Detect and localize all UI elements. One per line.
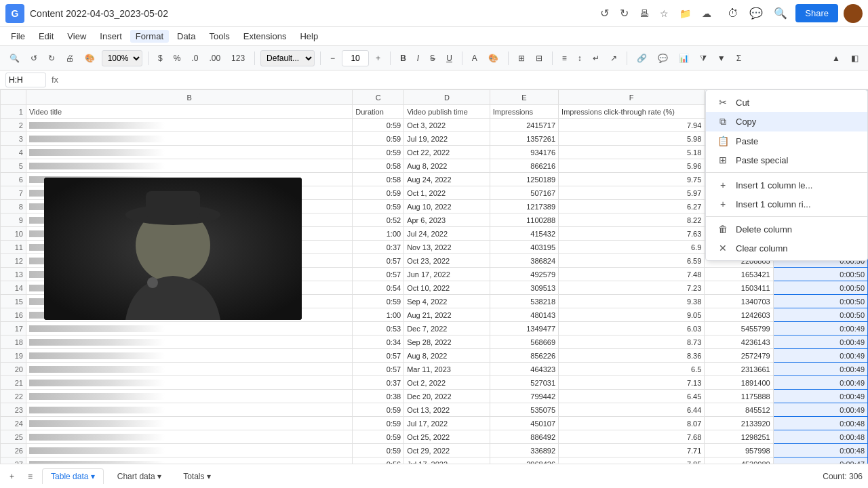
menu-insert[interactable]: Insert [94, 30, 127, 43]
formula-bar: fx [0, 70, 868, 89]
row-num-11: 11 [1, 241, 26, 254]
share-button[interactable]: Share [795, 4, 838, 22]
ctx-item-clear-column[interactable]: ✕Clear column [706, 239, 867, 258]
cell-duration: 0:59 [353, 417, 404, 430]
formula-btn[interactable]: Σ [732, 52, 745, 65]
row-num-27: 27 [1, 458, 26, 464]
undo-icon[interactable]: ↺ [600, 7, 609, 20]
row-num-25: 25 [1, 430, 26, 444]
ctx-item-delete-column[interactable]: 🗑Delete column [706, 220, 867, 239]
sidebar-btn[interactable]: ◧ [847, 52, 863, 65]
valign-btn[interactable]: ↕ [574, 52, 586, 65]
borders-btn[interactable]: ⊞ [514, 52, 529, 65]
cell-avg-view: 0:00:50 [773, 308, 867, 322]
font-name-select[interactable]: Default... [260, 50, 315, 66]
wrap-btn[interactable]: ↵ [589, 52, 604, 65]
ctx-label-0: Cut [736, 98, 856, 108]
col-header-d[interactable]: D [404, 90, 490, 105]
sheets-list-btn[interactable]: ≡ [24, 470, 37, 483]
decimal-dec-btn[interactable]: .0 [187, 52, 202, 65]
cell-title: xxxxxxxxxxxxxxxxxxxxxxxxxxxxxxxx [26, 430, 352, 444]
redo-icon[interactable]: ↻ [620, 7, 629, 20]
formula-input[interactable] [64, 75, 863, 85]
cell-impressions: 1217389 [490, 200, 558, 214]
collapse-btn[interactable]: ▲ [828, 52, 844, 65]
search-icon[interactable]: 🔍 [774, 7, 787, 20]
ctx-item-paste[interactable]: 📋Paste [706, 131, 867, 150]
col-header-f[interactable]: F [559, 90, 705, 105]
rotate-btn[interactable]: ↗ [606, 52, 621, 65]
cell-publish-time: Aug 24, 2022 [404, 173, 490, 186]
ctx-item-cut[interactable]: ✂Cut [706, 93, 867, 112]
top-icons: ↺ ↻ 🖶 ☆ 📁 ☁ ⏱ 💬 🔍 Share [597, 4, 863, 23]
cell-publish-time: Oct 1, 2022 [404, 186, 490, 200]
filter2-btn[interactable]: ▼ [713, 52, 730, 65]
col-header-e[interactable]: E [490, 90, 558, 105]
paint-toolbar-btn[interactable]: 🎨 [81, 52, 99, 65]
ctx-item-insert-1-column-le...[interactable]: +Insert 1 column le... [706, 176, 867, 195]
col-header-c[interactable]: C [353, 90, 404, 105]
ctx-item-insert-1-column-ri...[interactable]: +Insert 1 column ri... [706, 195, 867, 214]
folder-icon[interactable]: 📁 [679, 8, 691, 19]
menu-file[interactable]: File [5, 30, 31, 43]
decimal-inc-btn[interactable]: .00 [205, 52, 224, 65]
ctx-label-2: Paste [736, 136, 856, 146]
cell-ctr: 7.63 [559, 227, 705, 241]
cell-ctr: 6.59 [559, 254, 705, 268]
search-toolbar-btn[interactable]: 🔍 [5, 52, 24, 65]
currency-btn[interactable]: $ [154, 52, 167, 65]
cell-avg-view: 0:00:49 [773, 336, 867, 349]
redo-toolbar-btn[interactable]: ↻ [44, 52, 59, 65]
menu-extensions[interactable]: Extensions [238, 30, 292, 43]
text-color-btn[interactable]: A [468, 52, 481, 65]
cell-ref-input[interactable] [5, 73, 46, 87]
header-video-title: Video title [26, 105, 352, 119]
print-toolbar-btn[interactable]: 🖨 [62, 52, 78, 65]
menu-tools[interactable]: Tools [203, 30, 235, 43]
link-btn[interactable]: 🔗 [633, 52, 651, 65]
history-icon[interactable]: ⏱ [728, 7, 738, 20]
cell-duration: 0:37 [353, 241, 404, 254]
italic-btn[interactable]: I [413, 52, 423, 65]
merge-btn[interactable]: ⊟ [532, 52, 547, 65]
ctx-item-paste-special[interactable]: ⊞Paste special [706, 150, 867, 169]
menu-data[interactable]: Data [172, 30, 201, 43]
font-size-inc-btn[interactable]: + [372, 52, 384, 65]
font-size-input[interactable] [342, 50, 369, 66]
strikethrough-btn[interactable]: S̶ [426, 52, 439, 65]
fill-color-btn[interactable]: 🎨 [484, 52, 502, 65]
menu-format[interactable]: Format [130, 30, 169, 43]
cell-publish-time: Oct 29, 2022 [404, 444, 490, 458]
cloud-icon[interactable]: ☁ [702, 8, 711, 19]
zoom-select[interactable]: 100% [102, 50, 142, 66]
format-123-btn[interactable]: 123 [227, 52, 249, 65]
cell-views: 1891400 [705, 376, 773, 390]
filter-btn[interactable]: ⧩ [696, 52, 711, 65]
ctx-item-copy[interactable]: ⧉Copy [706, 112, 867, 131]
font-size-dec-btn[interactable]: − [326, 52, 339, 65]
chart-btn[interactable]: 📊 [675, 52, 693, 65]
add-sheet-btn[interactable]: + [5, 470, 18, 483]
align-btn[interactable]: ≡ [558, 52, 571, 65]
percent-btn[interactable]: % [170, 52, 185, 65]
bold-btn[interactable]: B [396, 52, 410, 65]
print-icon[interactable]: 🖶 [639, 8, 649, 19]
tab-table-data[interactable]: Table data ▾ [42, 468, 104, 484]
undo-toolbar-btn[interactable]: ↺ [26, 52, 41, 65]
cell-duration: 0:59 [353, 119, 404, 132]
underline-btn[interactable]: U [442, 52, 456, 65]
menu-edit[interactable]: Edit [33, 30, 59, 43]
comments-icon[interactable]: 💬 [749, 7, 763, 20]
col-header-b[interactable]: B [26, 90, 352, 105]
header-duration: Duration [353, 105, 404, 119]
cell-ctr: 5.18 [559, 146, 705, 159]
star-icon[interactable]: ☆ [660, 8, 669, 19]
tab-totals[interactable]: Totals ▾ [175, 469, 219, 484]
cell-publish-time: Oct 23, 2022 [404, 254, 490, 268]
menu-view[interactable]: View [62, 30, 92, 43]
tab-chart-data[interactable]: Chart data ▾ [109, 469, 170, 484]
menu-help[interactable]: Help [294, 30, 323, 43]
header-impressions: Impressions [490, 105, 558, 119]
table-row: 19xxxxxxxxxxxxxxxxxxxxxxxxxxxxxxxx0:57Au… [1, 349, 868, 363]
comment-btn[interactable]: 💬 [654, 52, 672, 65]
